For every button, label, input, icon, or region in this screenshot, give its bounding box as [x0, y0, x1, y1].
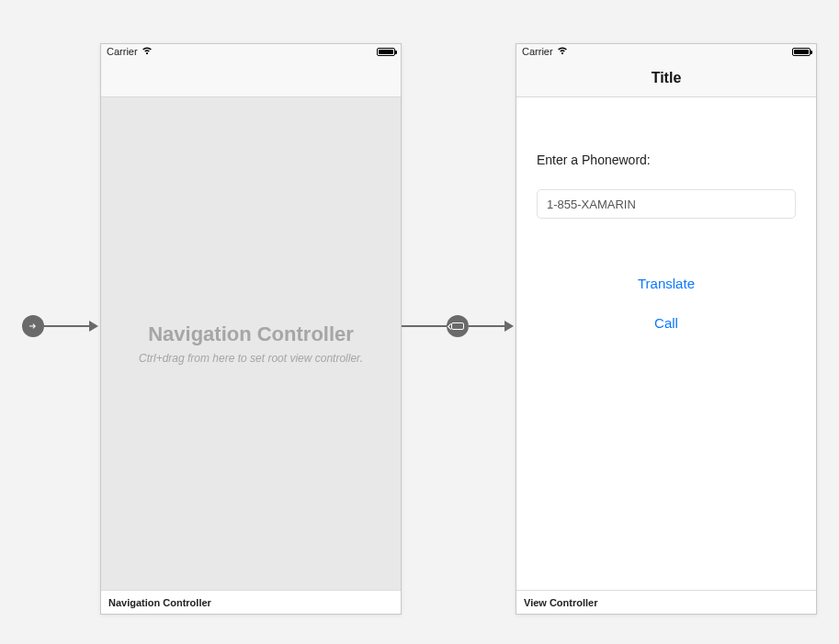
wifi-icon: [557, 46, 568, 57]
carrier-label: Carrier: [107, 46, 138, 57]
battery-icon: [792, 48, 811, 56]
scene-footer-label: View Controller: [516, 590, 816, 614]
battery-icon: [377, 48, 395, 56]
status-bar: Carrier: [516, 44, 816, 59]
storyboard-canvas[interactable]: Carrier Navigation Controller Ctrl+drag …: [0, 0, 839, 644]
phoneword-label: Enter a Phoneword:: [537, 153, 796, 167]
carrier-label: Carrier: [522, 46, 553, 57]
phoneword-textfield[interactable]: [537, 189, 796, 219]
translate-button[interactable]: Translate: [627, 272, 706, 295]
entry-point-dot[interactable]: [22, 315, 44, 337]
entry-point-arrow-head: [89, 321, 98, 332]
nav-controller-placeholder-subtitle: Ctrl+drag from here to set root view con…: [139, 352, 363, 365]
segue-root-icon: [451, 322, 464, 330]
segue-arrow-shaft: [402, 325, 448, 327]
entry-point-arrow-shaft: [44, 325, 90, 327]
scene-footer-label: Navigation Controller: [101, 590, 401, 614]
view-controller-scene[interactable]: Carrier Title Enter a Phoneword: Transla…: [516, 43, 817, 615]
status-bar: Carrier: [101, 44, 401, 59]
navigation-bar[interactable]: Title: [516, 59, 816, 97]
nav-controller-navbar: [101, 59, 401, 97]
wifi-icon: [142, 46, 153, 57]
navigation-bar-title[interactable]: Title: [652, 70, 682, 86]
call-button[interactable]: Call: [643, 311, 689, 334]
nav-controller-body: Navigation Controller Ctrl+drag from her…: [101, 97, 401, 590]
arrow-right-icon: [28, 321, 39, 332]
segue-arrow-shaft-2: [469, 325, 505, 327]
view-controller-content[interactable]: Enter a Phoneword: Translate Call: [516, 97, 816, 590]
segue-arrow-head: [505, 321, 514, 332]
navigation-controller-scene[interactable]: Carrier Navigation Controller Ctrl+drag …: [100, 43, 402, 615]
segue-dot[interactable]: [447, 315, 469, 337]
nav-controller-placeholder-title: Navigation Controller: [148, 322, 354, 346]
